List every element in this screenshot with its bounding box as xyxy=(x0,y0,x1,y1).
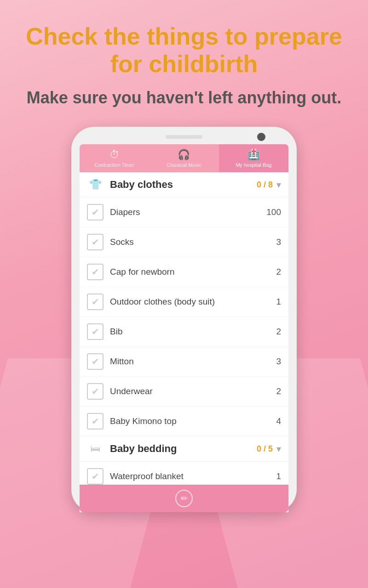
tab-icon-music: 🎧 xyxy=(178,149,190,161)
checkmark-baby-clothes-4: ✔ xyxy=(92,326,99,337)
item-count-baby-clothes-2: 2 xyxy=(276,267,281,277)
item-count-baby-bedding-0: 1 xyxy=(276,471,281,481)
item-count-baby-clothes-7: 4 xyxy=(276,416,281,426)
tab-icon-hospital: 🏥 xyxy=(247,149,260,161)
list-item: ✔ Diapers 100 xyxy=(80,198,288,227)
tab-hospital[interactable]: 🏥 My hospital Bag xyxy=(219,144,288,172)
item-label-baby-clothes-5: Mitton xyxy=(110,356,276,367)
header-section: Check the things to prepare for childbir… xyxy=(0,0,368,118)
tab-contraction[interactable]: ⏱ Contraction Timer xyxy=(80,144,149,172)
list-item: ✔ Cap for newborn 2 xyxy=(80,257,288,287)
edit-icon[interactable]: ✏ xyxy=(175,490,193,507)
tab-bar: ⏱ Contraction Timer 🎧 Classical Music 🏥 … xyxy=(80,144,288,172)
checkmark-baby-clothes-7: ✔ xyxy=(92,416,99,427)
list-content: 👕 Baby clothes 0 / 8 ▾ ✔ Diapers 100 ✔ S… xyxy=(80,172,288,485)
tab-music[interactable]: 🎧 Classical Music xyxy=(149,144,218,172)
checkmark-baby-clothes-2: ✔ xyxy=(92,266,99,277)
phone-frame: ⏱ Contraction Timer 🎧 Classical Music 🏥 … xyxy=(71,127,297,512)
list-item: ✔ Baby Kimono top 4 xyxy=(80,407,288,436)
item-count-baby-clothes-0: 100 xyxy=(266,207,281,217)
tab-label-contraction: Contraction Timer xyxy=(94,162,134,168)
item-count-baby-clothes-4: 2 xyxy=(276,327,281,337)
tab-icon-contraction: ⏱ xyxy=(109,149,120,161)
item-count-baby-clothes-3: 1 xyxy=(276,297,281,307)
item-label-baby-clothes-1: Socks xyxy=(110,237,276,247)
checkbox-baby-clothes-4[interactable]: ✔ xyxy=(87,323,104,340)
list-item: ✔ Outdoor clothes (body suit) 1 xyxy=(80,287,288,317)
main-title: Check the things to prepare for childbir… xyxy=(18,23,350,78)
checkmark-baby-clothes-3: ✔ xyxy=(92,296,99,307)
phone-top-bar xyxy=(80,135,288,139)
category-header-baby-clothes[interactable]: 👕 Baby clothes 0 / 8 ▾ xyxy=(80,172,288,198)
checkbox-baby-clothes-0[interactable]: ✔ xyxy=(87,204,104,220)
category-count-baby-bedding: 0 / 5 xyxy=(257,444,273,454)
tab-label-hospital: My hospital Bag xyxy=(236,162,271,168)
tab-label-music: Classical Music xyxy=(167,162,201,168)
checkbox-baby-clothes-2[interactable]: ✔ xyxy=(87,264,104,280)
item-label-baby-clothes-7: Baby Kimono top xyxy=(110,416,276,426)
checkbox-baby-clothes-7[interactable]: ✔ xyxy=(87,413,104,430)
category-icon-baby-clothes: 👕 xyxy=(87,179,104,191)
list-item: ✔ Bib 2 xyxy=(80,317,288,347)
item-label-baby-clothes-6: Underwear xyxy=(110,386,276,396)
item-label-baby-clothes-0: Diapers xyxy=(110,207,266,217)
list-item: ✔ Mitton 3 xyxy=(80,347,288,377)
phone-mockup: ⏱ Contraction Timer 🎧 Classical Music 🏥 … xyxy=(0,127,368,512)
item-count-baby-clothes-6: 2 xyxy=(276,386,281,396)
list-item: ✔ Socks 3 xyxy=(80,227,288,257)
item-label-baby-clothes-4: Bib xyxy=(110,327,276,337)
item-label-baby-clothes-2: Cap for newborn xyxy=(110,267,276,277)
phone-camera xyxy=(257,133,265,141)
checkbox-baby-clothes-3[interactable]: ✔ xyxy=(87,294,104,310)
checkbox-baby-bedding-0[interactable]: ✔ xyxy=(87,468,104,485)
category-title-baby-bedding: Baby bedding xyxy=(110,443,257,455)
list-item: ✔ Waterproof blanket 1 xyxy=(80,462,288,485)
category-count-baby-clothes: 0 / 8 xyxy=(257,180,273,190)
checkmark-baby-bedding-0: ✔ xyxy=(92,471,99,482)
checkmark-baby-clothes-5: ✔ xyxy=(92,356,99,367)
list-item: ✔ Underwear 2 xyxy=(80,377,288,407)
category-title-baby-clothes: Baby clothes xyxy=(110,179,257,191)
category-icon-baby-bedding: 🛏 xyxy=(87,443,104,455)
item-label-baby-clothes-3: Outdoor clothes (body suit) xyxy=(110,297,276,307)
checkmark-baby-clothes-1: ✔ xyxy=(92,237,99,248)
chevron-icon-baby-bedding: ▾ xyxy=(276,443,281,454)
checkmark-baby-clothes-6: ✔ xyxy=(92,386,99,397)
chevron-icon-baby-clothes: ▾ xyxy=(276,179,281,190)
sub-title: Make sure you haven't left anything out. xyxy=(18,87,350,109)
phone-screen: ⏱ Contraction Timer 🎧 Classical Music 🏥 … xyxy=(80,144,288,512)
item-count-baby-clothes-1: 3 xyxy=(276,237,281,247)
item-count-baby-clothes-5: 3 xyxy=(276,356,281,367)
checkbox-baby-clothes-5[interactable]: ✔ xyxy=(87,353,104,370)
category-header-baby-bedding[interactable]: 🛏 Baby bedding 0 / 5 ▾ xyxy=(80,436,288,462)
checkmark-baby-clothes-0: ✔ xyxy=(92,207,99,218)
bottom-bar[interactable]: ✏ xyxy=(80,485,288,512)
item-label-baby-bedding-0: Waterproof blanket xyxy=(110,471,276,481)
checkbox-baby-clothes-1[interactable]: ✔ xyxy=(87,234,104,250)
checkbox-baby-clothes-6[interactable]: ✔ xyxy=(87,383,104,400)
phone-speaker xyxy=(166,135,202,139)
